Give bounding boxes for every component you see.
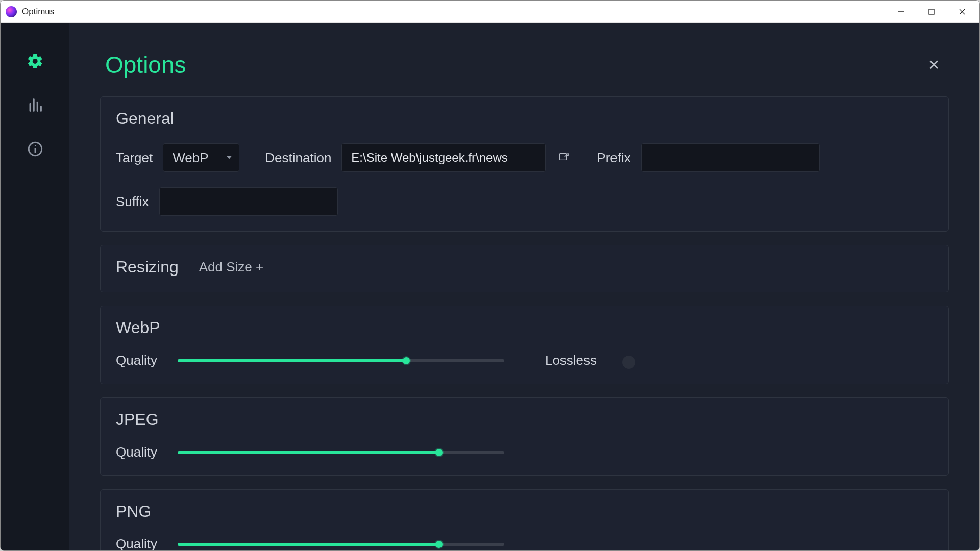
prefix-label: Prefix — [597, 150, 630, 166]
png-quality-slider[interactable] — [178, 543, 504, 546]
webp-lossless-toggle[interactable] — [622, 356, 635, 369]
destination-field: Destination E:\Site Web\justgeek.fr\news — [265, 143, 571, 172]
app-body: Options ✕ General Target WebP Dest — [1, 23, 979, 551]
app-window: Optimus — [0, 0, 980, 551]
window-close-button[interactable] — [947, 1, 977, 23]
sidebar-item-about[interactable] — [24, 139, 46, 161]
jpeg-quality-label: Quality — [116, 444, 157, 460]
target-select[interactable]: WebP — [163, 143, 239, 172]
maximize-button[interactable] — [916, 1, 947, 23]
titlebar: Optimus — [1, 1, 979, 23]
webp-quality-thumb[interactable] — [403, 357, 410, 364]
content: Options ✕ General Target WebP Dest — [69, 23, 979, 551]
target-value: WebP — [173, 150, 208, 166]
gear-icon — [27, 53, 44, 72]
sidebar — [1, 23, 69, 551]
prefix-input[interactable] — [641, 143, 820, 172]
target-label: Target — [116, 150, 153, 166]
svg-point-10 — [34, 145, 35, 146]
webp-quality-slider[interactable] — [178, 359, 504, 362]
svg-rect-1 — [929, 9, 934, 14]
suffix-label: Suffix — [116, 194, 149, 210]
resizing-title: Resizing — [116, 258, 179, 277]
general-panel: General Target WebP Destination E:\Site … — [100, 96, 949, 232]
app-icon — [6, 6, 17, 17]
png-title: PNG — [116, 502, 933, 521]
open-folder-icon — [558, 151, 569, 164]
webp-quality-fill — [178, 359, 406, 362]
png-panel: PNG Quality — [100, 489, 949, 551]
suffix-input[interactable] — [159, 187, 338, 216]
bar-chart-icon — [27, 96, 44, 116]
target-field: Target WebP — [116, 143, 239, 172]
jpeg-quality-slider[interactable] — [178, 451, 504, 454]
sidebar-item-options[interactable] — [24, 51, 46, 73]
browse-destination-button[interactable] — [556, 150, 571, 165]
resizing-panel: Resizing Add Size + — [100, 245, 949, 292]
minimize-button[interactable] — [886, 1, 916, 23]
png-quality-fill — [178, 543, 439, 546]
png-quality-label: Quality — [116, 536, 157, 551]
webp-quality-label: Quality — [116, 353, 157, 368]
jpeg-quality-fill — [178, 451, 439, 454]
jpeg-title: JPEG — [116, 410, 933, 429]
jpeg-panel: JPEG Quality — [100, 397, 949, 476]
app-title: Optimus — [22, 7, 54, 17]
page-title: Options — [105, 51, 186, 79]
suffix-field: Suffix — [116, 187, 338, 216]
sidebar-item-stats[interactable] — [24, 95, 46, 117]
png-quality-thumb[interactable] — [435, 541, 443, 548]
jpeg-quality-thumb[interactable] — [435, 449, 443, 456]
prefix-field: Prefix — [597, 143, 819, 172]
add-size-button[interactable]: Add Size + — [199, 259, 263, 275]
svg-rect-11 — [560, 154, 567, 160]
destination-label: Destination — [265, 150, 331, 166]
webp-panel: WebP Quality Lossless — [100, 306, 949, 384]
webp-title: WebP — [116, 318, 933, 337]
close-panel-button[interactable]: ✕ — [923, 55, 944, 75]
general-title: General — [116, 109, 933, 128]
close-icon: ✕ — [928, 57, 940, 73]
webp-lossless-label: Lossless — [545, 353, 597, 368]
destination-input[interactable]: E:\Site Web\justgeek.fr\news — [341, 143, 546, 172]
destination-value: E:\Site Web\justgeek.fr\news — [351, 151, 507, 165]
info-icon — [27, 140, 44, 160]
